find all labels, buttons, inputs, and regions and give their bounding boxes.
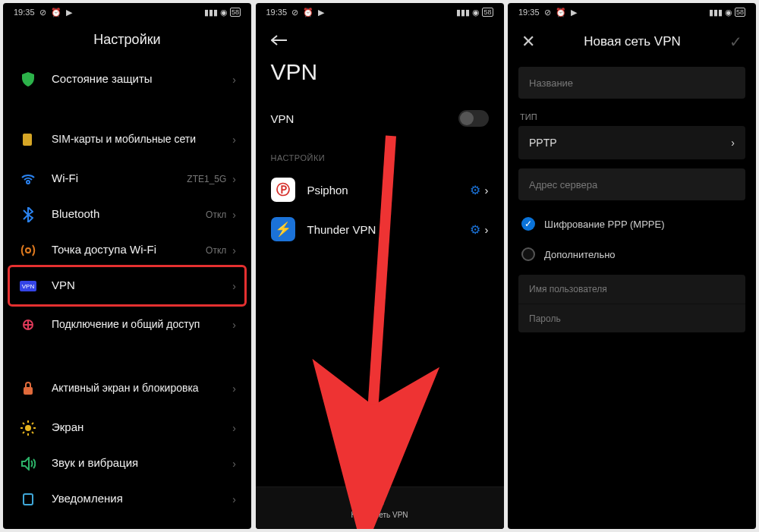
dnd-icon: ⊘ [291, 8, 298, 17]
chevron-right-icon: › [232, 173, 236, 185]
wifi-icon: ◉ [725, 8, 732, 17]
screen-settings: 19:35 ⊘ ⏰ ▶ ▮▮▮ ◉ 58 Настройки Состояние… [3, 3, 251, 529]
svg-rect-13 [24, 494, 33, 505]
chevron-right-icon: › [485, 223, 489, 236]
svg-text:VPN: VPN [22, 283, 35, 290]
status-bar: 19:35 ⊘ ⏰ ▶ ▮▮▮ ◉ 58 [508, 3, 756, 21]
signal-icon: ▮▮▮ [456, 8, 470, 17]
shield-icon [18, 72, 38, 87]
hotspot-icon [18, 244, 38, 257]
bell-icon [18, 493, 38, 506]
svg-line-10 [32, 432, 33, 433]
battery-icon: 58 [482, 8, 493, 17]
youtube-icon: ▶ [66, 8, 72, 17]
vpn-toggle-label: VPN [271, 112, 294, 125]
item-wifi[interactable]: Wi-Fi ZTE1_5G › [3, 161, 251, 197]
checkbox-off-icon [521, 247, 535, 261]
chevron-right-icon: › [232, 134, 236, 146]
svg-line-12 [23, 432, 24, 433]
chevron-right-icon: › [232, 244, 236, 257]
item-lockscreen[interactable]: Активный экран и блокировка › [3, 367, 251, 410]
server-input[interactable]: Адрес сервера [518, 168, 745, 200]
status-bar: 19:35 ⊘ ⏰ ▶ ▮▮▮ ◉ 58 [3, 3, 251, 21]
close-icon[interactable]: ✕ [521, 32, 535, 52]
psiphon-icon: Ⓟ [271, 178, 295, 202]
chevron-right-icon: › [232, 280, 236, 292]
signal-icon: ▮▮▮ [709, 8, 723, 17]
confirm-icon[interactable]: ✓ [729, 33, 742, 51]
back-button[interactable] [256, 21, 504, 49]
vpn-app-thunder[interactable]: ⚡ Thunder VPN ⚙ › [256, 209, 504, 249]
advanced-checkbox-row[interactable]: Дополнительно [508, 231, 756, 261]
share-icon [18, 318, 38, 332]
alarm-icon: ⏰ [51, 8, 61, 17]
item-sound[interactable]: Звук и вибрация › [3, 445, 251, 481]
svg-line-9 [23, 423, 24, 424]
svg-point-4 [25, 425, 31, 431]
name-input[interactable]: Название [518, 67, 745, 99]
screen-vpn-list: 19:35 ⊘ ⏰ ▶ ▮▮▮ ◉ 58 VPN VPN НАСТРОЙКИ Ⓟ… [256, 3, 504, 529]
section-header: НАСТРОЙКИ [256, 134, 504, 170]
checkbox-on-icon: ✓ [521, 217, 535, 231]
chevron-right-icon: › [232, 319, 236, 331]
gear-icon[interactable]: ⚙ [470, 222, 480, 237]
chevron-right-icon: › [232, 74, 236, 86]
item-vpn[interactable]: VPN VPN › [3, 268, 251, 304]
gear-icon[interactable]: ⚙ [470, 183, 480, 197]
item-display[interactable]: Экран › [3, 410, 251, 445]
alarm-icon: ⏰ [303, 8, 313, 17]
type-select[interactable]: PPTP › [518, 126, 745, 159]
item-sim[interactable]: SIM-карты и мобильные сети › [3, 118, 251, 161]
item-security-status[interactable]: Состояние защиты › [3, 61, 251, 97]
chevron-right-icon: › [485, 184, 489, 197]
item-connectivity[interactable]: Подключение и общий доступ › [3, 304, 251, 346]
dnd-icon: ⊘ [39, 8, 46, 17]
item-notifications[interactable]: Уведомления › [3, 481, 251, 517]
status-time: 19:35 [266, 8, 288, 17]
chevron-right-icon: › [232, 422, 236, 434]
sim-icon [18, 132, 38, 147]
lock-icon [18, 382, 38, 395]
sun-icon [18, 420, 38, 436]
dialog-title: Новая сеть VPN [584, 34, 681, 49]
credentials-group: Имя пользователя Пароль [518, 275, 745, 332]
dialog-header: ✕ Новая сеть VPN ✓ [508, 21, 756, 58]
wifi-icon [18, 173, 38, 185]
username-input[interactable]: Имя пользователя [518, 275, 745, 304]
type-label: ТИП [508, 99, 756, 126]
page-title: VPN [256, 49, 504, 103]
toggle-switch[interactable] [458, 110, 489, 127]
bluetooth-icon [18, 207, 38, 222]
youtube-icon: ▶ [571, 8, 577, 17]
password-input[interactable]: Пароль [518, 304, 745, 332]
wifi-icon: ◉ [472, 8, 480, 17]
thunder-icon: ⚡ [271, 217, 295, 241]
status-bar: 19:35 ⊘ ⏰ ▶ ▮▮▮ ◉ 58 [256, 3, 504, 21]
chevron-right-icon: › [232, 382, 236, 395]
svg-rect-0 [23, 134, 32, 146]
chevron-right-icon: › [232, 458, 236, 470]
dnd-icon: ⊘ [544, 8, 551, 17]
speaker-icon [18, 457, 38, 471]
svg-rect-3 [24, 387, 33, 395]
battery-icon: 58 [230, 8, 241, 17]
screen-new-vpn: 19:35 ⊘ ⏰ ▶ ▮▮▮ ◉ 58 ✕ Новая сеть VPN ✓ … [508, 3, 756, 529]
status-time: 19:35 [14, 8, 35, 17]
svg-line-11 [32, 423, 33, 424]
chevron-right-icon: › [731, 137, 735, 149]
vpn-app-psiphon[interactable]: Ⓟ Psiphon ⚙ › [256, 170, 504, 209]
chevron-right-icon: › [232, 209, 236, 221]
vpn-icon: VPN [18, 281, 38, 291]
add-vpn-button[interactable]: ＋ Новая сеть VPN [256, 486, 504, 529]
wifi-icon: ◉ [220, 8, 228, 17]
mppe-checkbox-row[interactable]: ✓ Шифрование PPP (MPPE) [508, 200, 756, 231]
chevron-right-icon: › [232, 493, 236, 505]
youtube-icon: ▶ [318, 8, 324, 17]
item-hotspot[interactable]: Точка доступа Wi-Fi Откл › [3, 232, 251, 268]
status-time: 19:35 [518, 8, 540, 17]
plus-icon: ＋ [372, 498, 387, 508]
battery-icon: 58 [735, 8, 745, 17]
item-bluetooth[interactable]: Bluetooth Откл › [3, 197, 251, 232]
signal-icon: ▮▮▮ [204, 8, 218, 17]
vpn-toggle-row[interactable]: VPN [256, 103, 504, 134]
